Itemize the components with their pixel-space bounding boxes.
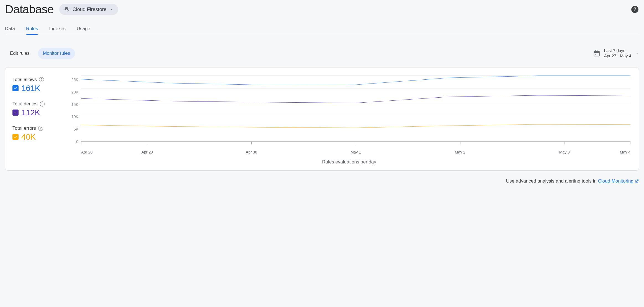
- metric-allows-value: 161K: [21, 84, 40, 93]
- x-tick: May 1: [304, 147, 408, 154]
- y-tick: 15K: [71, 102, 78, 107]
- chart-legend: Total allows ? 161K Total denies ?: [12, 75, 60, 165]
- tab-rules[interactable]: Rules: [26, 24, 38, 35]
- metric-allows: Total allows ? 161K: [12, 77, 60, 93]
- metric-errors-label: Total errors: [12, 126, 36, 131]
- metric-denies-label: Total denies: [12, 101, 38, 107]
- y-tick: 20K: [71, 90, 78, 94]
- metric-errors-value: 40K: [21, 132, 36, 142]
- svg-rect-4: [595, 50, 596, 52]
- date-range-label: Last 7 days: [604, 48, 631, 53]
- y-tick: 10K: [71, 115, 78, 119]
- x-tick: Apr 28: [81, 147, 95, 154]
- x-axis-ticks: Apr 28Apr 29Apr 30May 1May 2May 3May 4: [81, 147, 630, 154]
- toggle-allows[interactable]: [12, 85, 19, 91]
- info-icon[interactable]: ?: [40, 102, 45, 106]
- chart-plot-area: [81, 75, 630, 142]
- metric-denies-value: 112K: [21, 108, 40, 117]
- svg-rect-5: [597, 50, 598, 52]
- x-tick: May 4: [617, 147, 630, 154]
- toggle-denies[interactable]: [12, 110, 19, 116]
- y-tick: 0: [76, 139, 78, 144]
- date-range-picker[interactable]: Last 7 days Apr 27 - May 4: [593, 48, 639, 59]
- rules-chart: 25K 20K 15K 10K 5K 0 Apr 28Apr 29Apr 30M…: [67, 75, 632, 165]
- chip-label: Cloud Firestore: [73, 7, 107, 12]
- date-range-value: Apr 27 - May 4: [604, 53, 631, 59]
- cloud-monitoring-link[interactable]: Cloud Monitoring: [598, 178, 639, 184]
- external-link-icon: [635, 179, 639, 183]
- footer-prefix: Use advanced analysis and alerting tools…: [506, 178, 598, 184]
- info-icon[interactable]: ?: [39, 77, 44, 82]
- y-tick: 25K: [71, 77, 78, 82]
- y-tick: 5K: [74, 127, 78, 131]
- tab-data[interactable]: Data: [5, 24, 15, 35]
- firestore-icon: [63, 6, 70, 13]
- y-axis-ticks: 25K 20K 15K 10K 5K 0: [67, 75, 80, 142]
- database-type-chip[interactable]: Cloud Firestore: [59, 4, 118, 15]
- tab-usage[interactable]: Usage: [77, 24, 90, 35]
- svg-rect-6: [595, 54, 596, 54]
- main-tabs: Data Rules Indexes Usage: [5, 24, 639, 35]
- svg-rect-3: [594, 51, 599, 53]
- metric-denies: Total denies ? 112K: [12, 101, 60, 117]
- info-icon[interactable]: ?: [38, 126, 43, 131]
- metric-errors: Total errors ? 40K: [12, 126, 60, 142]
- rules-chart-card: Total allows ? 161K Total denies ?: [5, 67, 639, 171]
- metric-allows-label: Total allows: [12, 77, 37, 82]
- svg-text:?: ?: [633, 7, 637, 12]
- x-tick: Apr 30: [199, 147, 304, 154]
- x-tick: May 3: [512, 147, 617, 154]
- chart-caption: Rules evaluations per day: [67, 159, 632, 165]
- chevron-down-icon: [635, 51, 639, 55]
- calendar-icon: [593, 50, 600, 57]
- help-icon[interactable]: ?: [631, 5, 639, 14]
- x-tick: May 2: [408, 147, 512, 154]
- tab-indexes[interactable]: Indexes: [49, 24, 66, 35]
- subtab-edit-rules[interactable]: Edit rules: [5, 48, 35, 59]
- x-tick: Apr 29: [95, 147, 199, 154]
- toggle-errors[interactable]: [12, 134, 19, 140]
- footer-note: Use advanced analysis and alerting tools…: [5, 178, 639, 184]
- page-title: Database: [5, 3, 54, 16]
- chevron-down-icon: [109, 7, 113, 11]
- subtab-monitor-rules[interactable]: Monitor rules: [38, 48, 75, 59]
